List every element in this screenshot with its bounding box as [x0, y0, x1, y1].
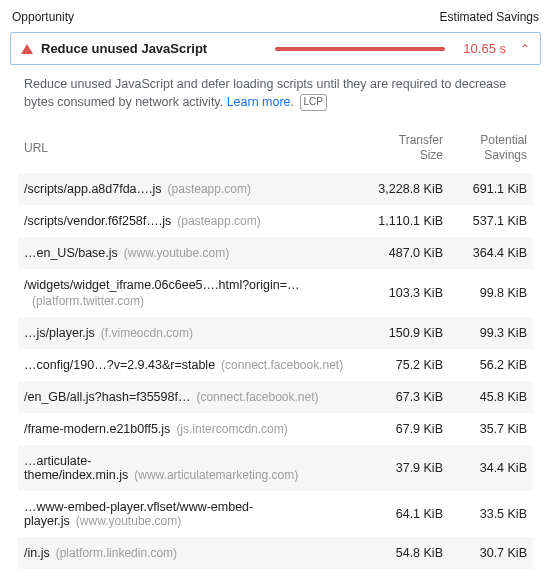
url-path: /widgets/widget_iframe.06c6ee5….html?ori…: [24, 278, 300, 292]
cell-transfer-size: 150.9 KiB: [355, 326, 443, 340]
th-transfer-size: TransferSize: [355, 133, 443, 163]
cell-transfer-size: 3,228.8 KiB: [355, 182, 443, 196]
cell-potential-savings: 56.2 KiB: [443, 358, 527, 372]
cell-url: /scripts/vendor.f6f258f….js(pasteapp.com…: [24, 214, 355, 228]
url-path: /frame-modern.e21b0ff5.js: [24, 422, 170, 436]
url-path: …en_US/base.js: [24, 246, 118, 260]
cell-potential-savings: 537.1 KiB: [443, 214, 527, 228]
audit-row[interactable]: Reduce unused JavaScript 10.65 s ⌃: [10, 32, 541, 65]
url-path: …articulate-theme/index.min.js: [24, 454, 128, 482]
cell-transfer-size: 67.9 KiB: [355, 422, 443, 436]
section-header-left: Opportunity: [12, 10, 74, 24]
cell-potential-savings: 34.4 KiB: [443, 461, 527, 475]
chevron-up-icon: ⌃: [514, 43, 530, 55]
table-row: /widgets/widget_iframe.06c6ee5….html?ori…: [18, 269, 533, 317]
url-origin: (js.intercomcdn.com): [170, 422, 287, 436]
table-row: …config/190…?v=2.9.43&r=stable(connect.f…: [18, 349, 533, 381]
lcp-badge: LCP: [300, 94, 327, 111]
cell-transfer-size: 103.3 KiB: [355, 286, 443, 300]
cell-url: …en_US/base.js(www.youtube.com): [24, 246, 355, 260]
cell-url: /scripts/app.a8d7fda….js(pasteapp.com): [24, 182, 355, 196]
details-table: URL TransferSize PotentialSavings /scrip…: [10, 113, 541, 580]
table-row: /scripts/app.a8d7fda….js(pasteapp.com)3,…: [18, 173, 533, 205]
table-row: …en_US/base.js(www.youtube.com)487.0 KiB…: [18, 237, 533, 269]
cell-transfer-size: 37.9 KiB: [355, 461, 443, 475]
cell-potential-savings: 45.8 KiB: [443, 390, 527, 404]
url-path: /scripts/app.a8d7fda….js: [24, 182, 162, 196]
cell-potential-savings: 99.8 KiB: [443, 286, 527, 300]
cell-url: /frame-modern.e21b0ff5.js(js.intercomcdn…: [24, 422, 355, 436]
table-row: /frame-modern.e21b0ff5.js(js.intercomcdn…: [18, 413, 533, 445]
cell-url: …config/190…?v=2.9.43&r=stable(connect.f…: [24, 358, 355, 372]
url-origin: (pasteapp.com): [171, 214, 260, 228]
cell-transfer-size: 54.8 KiB: [355, 546, 443, 560]
cell-transfer-size: 1,110.1 KiB: [355, 214, 443, 228]
url-origin: (connect.facebook.net): [190, 390, 318, 404]
section-header-right: Estimated Savings: [440, 10, 539, 24]
url-path: /scripts/vendor.f6f258f….js: [24, 214, 171, 228]
table-row: …articulate-theme/index.min.js(www.artic…: [18, 445, 533, 491]
learn-more-link[interactable]: Learn more: [227, 95, 291, 109]
table-row: …js/player.js(f.vimeocdn.com)150.9 KiB99…: [18, 317, 533, 349]
table-header: URL TransferSize PotentialSavings: [18, 123, 533, 173]
cell-potential-savings: 33.5 KiB: [443, 507, 527, 521]
cell-url: /in.js(platform.linkedin.com): [24, 546, 355, 560]
table-row: /in.js(platform.linkedin.com)54.8 KiB30.…: [18, 537, 533, 569]
audit-description: Reduce unused JavaScript and defer loadi…: [10, 65, 541, 113]
savings-bar: [275, 47, 445, 51]
table-row: …www-embed-player.vflset/www-embed-playe…: [18, 491, 533, 537]
cell-url: …www-embed-player.vflset/www-embed-playe…: [24, 500, 355, 528]
cell-url: /widgets/widget_iframe.06c6ee5….html?ori…: [24, 278, 355, 308]
cell-potential-savings: 35.7 KiB: [443, 422, 527, 436]
url-origin: (www.articulatemarketing.com): [128, 468, 298, 482]
url-path: /in.js: [24, 546, 50, 560]
audit-title: Reduce unused JavaScript: [41, 41, 207, 56]
cell-potential-savings: 99.3 KiB: [443, 326, 527, 340]
cell-transfer-size: 64.1 KiB: [355, 507, 443, 521]
url-origin: (connect.facebook.net): [215, 358, 343, 372]
th-potential-savings: PotentialSavings: [443, 133, 527, 163]
url-path: …js/player.js: [24, 326, 95, 340]
url-origin: (pasteapp.com): [162, 182, 251, 196]
cell-potential-savings: 364.4 KiB: [443, 246, 527, 260]
cell-potential-savings: 30.7 KiB: [443, 546, 527, 560]
table-row: /scripts/vendor.f6f258f….js(pasteapp.com…: [18, 205, 533, 237]
estimated-savings: 10.65 s: [453, 41, 506, 56]
table-row: /en_GB/all.js?hash=f35598f…(connect.face…: [18, 381, 533, 413]
url-path: …config/190…?v=2.9.43&r=stable: [24, 358, 215, 372]
url-origin: (platform.linkedin.com): [50, 546, 177, 560]
th-url: URL: [24, 141, 355, 155]
cell-potential-savings: 691.1 KiB: [443, 182, 527, 196]
cell-url: /en_GB/all.js?hash=f35598f…(connect.face…: [24, 390, 355, 404]
url-origin: (f.vimeocdn.com): [95, 326, 193, 340]
cell-transfer-size: 487.0 KiB: [355, 246, 443, 260]
table-row: /leadflows.js(js.hsleadflows.net)80.3 Ki…: [18, 569, 533, 580]
url-origin: (platform.twitter.com): [24, 294, 349, 308]
url-origin: (www.youtube.com): [118, 246, 229, 260]
url-origin: (www.youtube.com): [70, 514, 181, 528]
cell-url: …js/player.js(f.vimeocdn.com): [24, 326, 355, 340]
url-path: /en_GB/all.js?hash=f35598f…: [24, 390, 190, 404]
cell-url: …articulate-theme/index.min.js(www.artic…: [24, 454, 355, 482]
cell-transfer-size: 75.2 KiB: [355, 358, 443, 372]
warning-icon: [21, 44, 33, 54]
cell-transfer-size: 67.3 KiB: [355, 390, 443, 404]
